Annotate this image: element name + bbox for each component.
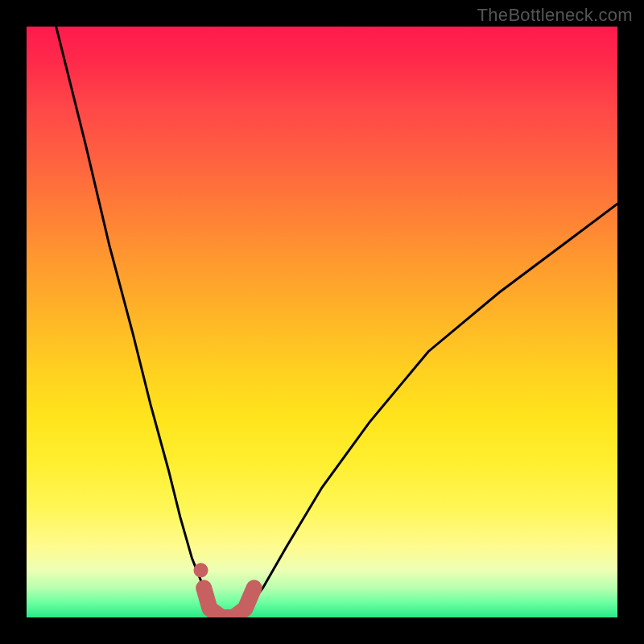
- chart-svg: [27, 27, 617, 617]
- chart-canvas: TheBottleneck.com: [0, 0, 644, 644]
- watermark-text: TheBottleneck.com: [477, 5, 633, 26]
- optimal-range-highlight: [204, 588, 254, 617]
- plot-area: [27, 27, 617, 617]
- bottleneck-curve: [56, 27, 617, 617]
- marker-dot-icon: [194, 563, 208, 577]
